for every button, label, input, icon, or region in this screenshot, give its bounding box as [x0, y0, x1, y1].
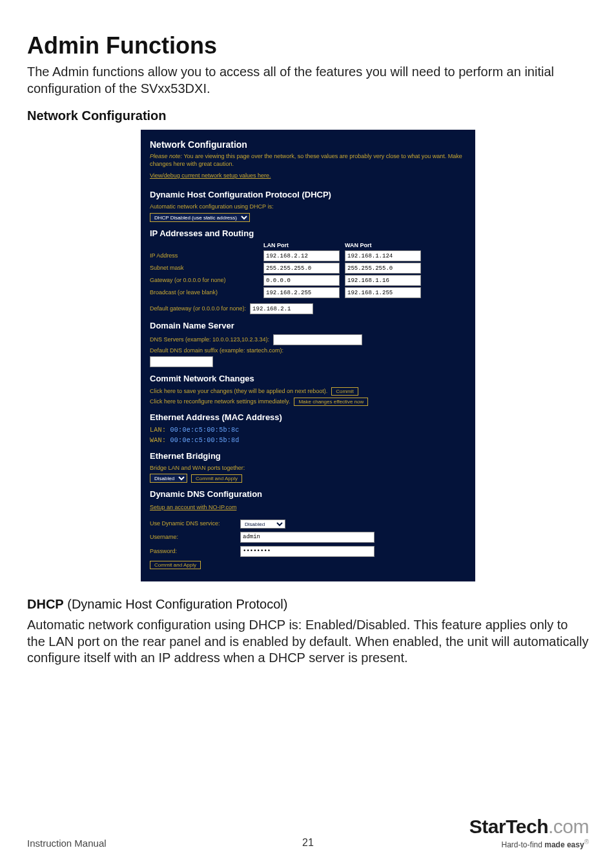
ddns-pass-label: Password:: [150, 548, 240, 556]
note-prefix: Please note:: [150, 153, 182, 159]
mac-lan-value: 00:0e:c5:00:5b:8c: [166, 427, 239, 434]
mac-wan-key: WAN:: [150, 437, 166, 444]
page-intro: The Admin functions allow you to access …: [27, 63, 589, 97]
bridge-commit-button[interactable]: Commit and Apply: [191, 474, 242, 483]
ip-address-wan-input[interactable]: [345, 250, 421, 261]
commit-button[interactable]: Commit: [331, 387, 358, 396]
dns-servers-label: DNS Servers (example: 10.0.0.123,10.2.3.…: [150, 336, 269, 344]
section-network-config-heading: Network Configuration: [27, 108, 589, 123]
ddns-use-select[interactable]: Disabled: [240, 520, 285, 529]
ip-row-label: Broadcast (or leave blank): [150, 289, 260, 297]
brand-reg-mark: ®: [584, 838, 589, 845]
dns-servers-input[interactable]: [273, 334, 362, 345]
gateway-lan-input[interactable]: [263, 275, 340, 286]
footer-manual-label: Instruction Manual: [27, 838, 107, 849]
subnet-wan-input[interactable]: [345, 263, 421, 274]
dhcp-term-bold: DHCP: [27, 597, 64, 611]
brand-block: StarTech.com Hard-to-find made easy®: [469, 817, 589, 849]
ddns-user-label: Username:: [150, 534, 240, 541]
apply-now-button[interactable]: Make changes effective now: [294, 398, 368, 406]
commit-heading: Commit Network Changes: [150, 374, 466, 385]
footer-page-number: 21: [302, 837, 314, 849]
default-gateway-label: Default gateway (or 0.0.0.0 for none):: [150, 305, 246, 313]
default-gateway-input[interactable]: [250, 303, 313, 314]
dns-heading: Domain Name Server: [150, 321, 466, 332]
brand-tagline: Hard-to-find made easy®: [469, 839, 589, 849]
dhcp-term-rest: (Dynamic Host Configuration Protocol): [64, 597, 288, 611]
dhcp-label: Automatic network configuration using DH…: [150, 203, 466, 211]
brand-tag-plain: Hard-to-find: [502, 840, 545, 849]
dhcp-mode-select[interactable]: DHCP Disabled (use static address): [150, 213, 250, 222]
ddns-heading: Dynamic DNS Configuration: [150, 489, 466, 500]
bridge-label: Bridge LAN and WAN ports together:: [150, 465, 466, 472]
dns-suffix-label: Default DNS domain suffix (example: star…: [150, 347, 466, 355]
note-rest: You are viewing this page over the netwo…: [150, 153, 462, 167]
bridge-heading: Ethernet Bridging: [150, 451, 466, 462]
broadcast-wan-input[interactable]: [345, 287, 421, 298]
dhcp-term-heading: DHCP (Dynamic Host Configuration Protoco…: [27, 597, 589, 612]
page-footer: Instruction Manual 21 StarTech.com Hard-…: [27, 803, 589, 849]
commit-apply-label: Click here to reconfigure network settin…: [150, 398, 290, 406]
ip-table: LAN Port WAN Port IP Address Subnet mask…: [150, 242, 466, 299]
ddns-username-input[interactable]: [240, 532, 375, 543]
mac-heading: Ethernet Address (MAC Address): [150, 412, 466, 423]
brand-logo-main: StarTech: [469, 816, 548, 837]
mac-wan: WAN: 00:0e:c5:00:5b:8d: [150, 436, 466, 445]
ddns-use-label: Use Dynamic DNS service:: [150, 520, 240, 528]
noip-link[interactable]: Setup an account with NO-IP.com: [150, 504, 236, 512]
ddns-commit-button[interactable]: Commit and Apply: [150, 561, 201, 569]
mac-wan-value: 00:0e:c5:00:5b:8d: [166, 437, 239, 444]
dhcp-description: Automatic network configuration using DH…: [27, 617, 589, 667]
brand-logo-suffix: .com: [548, 816, 589, 837]
gateway-wan-input[interactable]: [345, 275, 421, 286]
dns-suffix-input[interactable]: [150, 356, 213, 367]
dhcp-heading: Dynamic Host Configuration Protocol (DHC…: [150, 190, 466, 201]
commit-save-label: Click here to save your changes (they wi…: [150, 388, 327, 396]
panel-title: Network Configuration: [150, 139, 466, 150]
ip-row-label: Gateway (or 0.0.0.0 for none): [150, 277, 260, 285]
ip-col-lan: LAN Port: [263, 242, 341, 250]
view-debug-link[interactable]: View/debug current network setup values …: [150, 172, 271, 180]
admin-panel-screenshot: Network Configuration Please note: You a…: [141, 130, 475, 581]
subnet-lan-input[interactable]: [263, 263, 340, 274]
ip-routing-heading: IP Addresses and Routing: [150, 228, 466, 239]
page-title: Admin Functions: [27, 32, 589, 59]
mac-lan-key: LAN:: [150, 427, 166, 434]
mac-lan: LAN: 00:0e:c5:00:5b:8c: [150, 426, 466, 434]
broadcast-lan-input[interactable]: [263, 287, 340, 298]
ddns-password-input[interactable]: [240, 546, 375, 557]
bridge-select[interactable]: Disabled: [150, 474, 187, 483]
brand-tag-bold: made easy: [544, 840, 584, 849]
ip-col-wan: WAN Port: [345, 242, 422, 250]
brand-logo: StarTech.com: [469, 817, 589, 836]
ip-row-label: IP Address: [150, 252, 260, 260]
ip-address-lan-input[interactable]: [263, 250, 340, 261]
panel-caution-note: Please note: You are viewing this page o…: [150, 153, 466, 168]
ip-row-label: Subnet mask: [150, 265, 260, 272]
